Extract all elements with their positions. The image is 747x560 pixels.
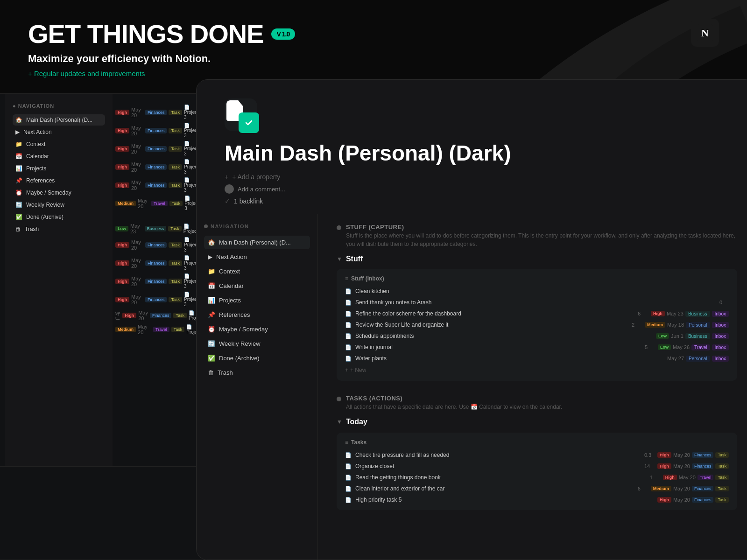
main-nav-title: NAVIGATION bbox=[204, 224, 310, 229]
header-updates: + Regular updates and improvements bbox=[28, 70, 295, 77]
table-row: Medium May 20 Travel Task 📄 Project 3 □ bbox=[115, 194, 207, 212]
nav-sidebar-small: ● NAVIGATION 🏠Main Dash (Personal) (D...… bbox=[5, 94, 113, 466]
table-row: High May 20 Finances Task 📄 Project 3 □ bbox=[115, 290, 207, 308]
task-4[interactable]: 📄 Clean interior and exterior of the car… bbox=[341, 483, 733, 494]
table-row: High May 20 Finances Task 📄 Project 3 □ bbox=[115, 103, 207, 121]
tasks-section-header: TASKS (ACTIONS) All actions that have a … bbox=[337, 395, 737, 411]
page-meta: + + Add a property Add a comment... ✓ 1 … bbox=[197, 173, 747, 205]
main-nav-item-maybe[interactable]: ⏰ Maybe / Someday bbox=[204, 322, 310, 336]
page-title: Main Dash (Personal) (Dark) bbox=[197, 140, 747, 166]
nav-title-small: ● NAVIGATION bbox=[13, 103, 105, 109]
stuff-task-5[interactable]: 📄 Schedule appointments Low Jun 1 Busine… bbox=[341, 330, 733, 342]
main-nav-item-references[interactable]: 📌 References bbox=[204, 308, 310, 322]
nav-item-next-action[interactable]: ▶Next Action bbox=[13, 126, 105, 138]
add-comment-row[interactable]: Add a comment... bbox=[225, 184, 728, 194]
table-row: Medium May 20 Travel Task 📄 Project 3 bbox=[115, 322, 207, 336]
stuff-table-container: ≡ Stuff (Inbox) 📄 Clean kitchen 📄 Send t… bbox=[337, 269, 737, 381]
content-area: NAVIGATION 🏠 Main Dash (Personal) (D... … bbox=[197, 214, 747, 560]
nav-item-done[interactable]: ✅Done (Archive) bbox=[13, 211, 105, 223]
left-panel-table: High May 20 Finances Task 📄 Project 3 □ … bbox=[113, 98, 210, 341]
table-row: High May 20 Finances Task 📄 Project 3 □ bbox=[115, 254, 207, 272]
header: GET THINGS DONE V 1.0 Maximize your effi… bbox=[28, 19, 295, 77]
version-badge: V 1.0 bbox=[271, 28, 296, 40]
main-nav: NAVIGATION 🏠 Main Dash (Personal) (D... … bbox=[197, 214, 318, 560]
stuff-task-6[interactable]: 📄 Write in journal 5 Low May 26 Travel I… bbox=[341, 342, 733, 353]
stuff-task-7[interactable]: 📄 Water plants May 27 Personal Inbox bbox=[341, 353, 733, 364]
main-title: GET THINGS DONE bbox=[28, 19, 264, 49]
table-row: High May 20 Finances Task 📄 Project 3 □ bbox=[115, 176, 207, 194]
tasks-section-title: TASKS (ACTIONS) bbox=[346, 395, 737, 402]
stuff-task-3[interactable]: 📄 Refine the color scheme for the dashbo… bbox=[341, 308, 733, 319]
tasks-table-label: Tasks bbox=[351, 439, 366, 446]
task-2[interactable]: 📄 Organize closet 14 High May 20 Finance… bbox=[341, 461, 733, 472]
task-3[interactable]: 📄 Read the getting things done book 1 Hi… bbox=[341, 472, 733, 483]
notion-icon: N bbox=[691, 19, 719, 47]
table-row: High May 20 Finances Task 📄 Project 3 □ bbox=[115, 121, 207, 140]
stuff-section-desc: Stuff is the place where you will add to… bbox=[346, 231, 737, 248]
header-subtitle: Maximize your efficiency with Notion. bbox=[28, 53, 295, 65]
main-panel: Main Dash (Personal) (Dark) + + Add a pr… bbox=[196, 79, 747, 560]
nav-item-weekly[interactable]: 🔄Weekly Review bbox=[13, 199, 105, 210]
nav-item-context[interactable]: 📁Context bbox=[13, 139, 105, 150]
table-row: Low May 23 Business Task 📄 Project 3 □ bbox=[115, 222, 207, 236]
nav-item-maybe[interactable]: ⏰Maybe / Someday bbox=[13, 187, 105, 198]
main-nav-item-context[interactable]: 📁 Context bbox=[204, 265, 310, 278]
nav-section-title: NAVIGATION bbox=[211, 224, 249, 229]
backlink-count: 1 backlink bbox=[234, 197, 263, 205]
main-nav-item-weekly[interactable]: 🔄 Weekly Review bbox=[204, 337, 310, 350]
header-title: GET THINGS DONE V 1.0 bbox=[28, 19, 295, 49]
main-nav-item-dash[interactable]: 🏠 Main Dash (Personal) (D... bbox=[204, 236, 310, 249]
app-icon-area bbox=[197, 80, 747, 140]
main-nav-item-projects[interactable]: 📊 Projects bbox=[204, 294, 310, 307]
task-1[interactable]: 📄 Check tire pressure and fill as needed… bbox=[341, 449, 733, 461]
main-nav-item-calendar[interactable]: 📅 Calendar bbox=[204, 279, 310, 293]
nav-item-trash[interactable]: 🗑Trash bbox=[13, 224, 105, 235]
table-row: High May 20 Finances Task 📄 Project 3 □ bbox=[115, 158, 207, 176]
nav-item-main-dash[interactable]: 🏠Main Dash (Personal) (D... bbox=[13, 114, 105, 126]
main-nav-item-trash[interactable]: 🗑 Trash bbox=[204, 366, 310, 379]
backlink-row[interactable]: ✓ 1 backlink bbox=[225, 197, 728, 205]
stuff-section-header: STUFF (CAPTURE) Stuff is the place where… bbox=[337, 224, 737, 248]
table-row: sy t... High May 20 Finances Task 📄 Proj… bbox=[115, 308, 207, 322]
today-toggle-label: Today bbox=[346, 418, 367, 426]
tasks-table-container: ≡ Tasks 📄 Check tire pressure and fill a… bbox=[337, 433, 737, 510]
tasks-section-desc: All actions that have a specific date ar… bbox=[346, 403, 737, 411]
table-row: High May 20 Finances Task 📄 Project 3 □ bbox=[115, 140, 207, 158]
left-panel: ● NAVIGATION 🏠Main Dash (Personal) (D...… bbox=[0, 93, 210, 467]
table-row: High May 20 Finances Task 📄 Project 3 □ bbox=[115, 236, 207, 254]
nav-item-references[interactable]: 📌References bbox=[13, 175, 105, 186]
table-row: High May 20 Finances Task 📄 Project 3 □ bbox=[115, 272, 207, 290]
stuff-task-4[interactable]: 📄 Review the Super Life and organize it … bbox=[341, 319, 733, 330]
stuff-section-title: STUFF (CAPTURE) bbox=[346, 224, 737, 231]
stuff-new-button[interactable]: + + New bbox=[341, 364, 733, 376]
svg-text:N: N bbox=[701, 27, 709, 39]
stuff-table-header: ≡ Stuff (Inbox) bbox=[341, 273, 733, 284]
stuff-section: STUFF (CAPTURE) Stuff is the place where… bbox=[337, 224, 737, 381]
app-icon bbox=[225, 98, 257, 131]
nav-item-projects[interactable]: 📊Projects bbox=[13, 163, 105, 174]
stuff-toggle[interactable]: ▼ Stuff bbox=[337, 252, 737, 266]
tasks-section: TASKS (ACTIONS) All actions that have a … bbox=[337, 395, 737, 510]
stuff-task-2[interactable]: 📄 Send thank you notes to Arash 0 bbox=[341, 297, 733, 308]
stuff-new-label: + New bbox=[350, 367, 366, 373]
add-property-label: + Add a property bbox=[232, 173, 280, 181]
main-content: STUFF (CAPTURE) Stuff is the place where… bbox=[318, 214, 747, 560]
add-comment-label: Add a comment... bbox=[238, 186, 285, 193]
add-property-row[interactable]: + + Add a property bbox=[225, 173, 728, 181]
stuff-table-label: Stuff (Inbox) bbox=[351, 275, 384, 282]
stuff-toggle-label: Stuff bbox=[346, 255, 363, 263]
main-nav-item-next[interactable]: ▶ Next Action bbox=[204, 250, 310, 264]
task-5[interactable]: 📄 High priority task 5 High May 20 Finan… bbox=[341, 494, 733, 505]
tasks-table-header: ≡ Tasks bbox=[341, 437, 733, 448]
today-toggle[interactable]: ▼ Today bbox=[337, 415, 737, 429]
stuff-task-1[interactable]: 📄 Clean kitchen bbox=[341, 286, 733, 297]
main-nav-item-done[interactable]: ✅ Done (Archive) bbox=[204, 351, 310, 365]
nav-item-calendar[interactable]: 📅Calendar bbox=[13, 151, 105, 162]
